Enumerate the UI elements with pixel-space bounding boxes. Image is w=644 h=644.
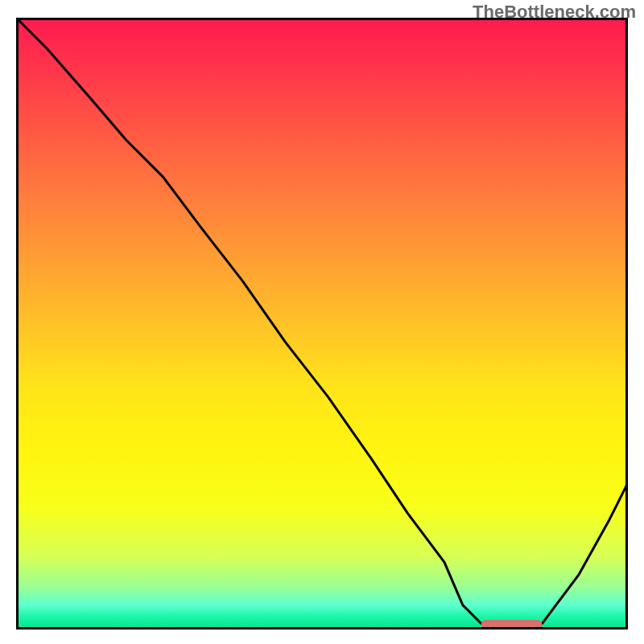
chart-plot-area xyxy=(16,18,628,630)
bottleneck-curve-path xyxy=(16,18,628,626)
chart-border-bottom xyxy=(16,627,628,630)
attribution-text: TheBottleneck.com xyxy=(473,2,636,23)
chart-border-right xyxy=(625,18,628,630)
chart-border-left xyxy=(16,18,19,630)
chart-svg-layer xyxy=(16,18,628,630)
